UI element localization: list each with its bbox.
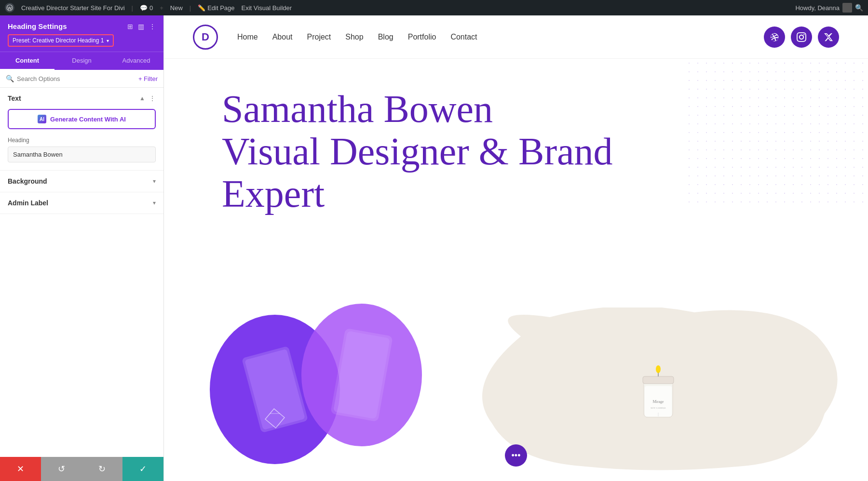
admin-label-section-header[interactable]: Admin Label ▾ (0, 192, 163, 214)
nav-about[interactable]: About (272, 33, 293, 41)
admin-search-icon[interactable]: 🔍 (855, 4, 863, 12)
svg-rect-11 (643, 376, 674, 384)
nav-shop[interactable]: Shop (345, 33, 363, 41)
heading-field-label: Heading (8, 137, 156, 144)
site-nav: D Home About Project Shop Blog Portfolio… (164, 15, 868, 59)
admin-label-title: Admin Label (8, 199, 48, 207)
text-section-menu-icon[interactable]: ⋮ (149, 94, 156, 102)
panel-icon-columns[interactable]: ▥ (138, 23, 144, 30)
candle-illustration: Mirage SOY CANDLE (629, 350, 687, 437)
redo-button[interactable]: ↻ (82, 457, 123, 481)
candle-card-container: Mirage SOY CANDLE (477, 307, 839, 481)
tab-advanced[interactable]: Advanced (109, 52, 163, 70)
search-icon: 🔍 (6, 75, 14, 82)
hero-text: Samantha Bowen Visual Designer & Brand E… (222, 88, 675, 215)
text-section: Text ▲ ⋮ AI Generate Content With AI Hea… (0, 88, 163, 171)
hero-heading: Samantha Bowen Visual Designer & Brand E… (222, 88, 675, 215)
floating-dots-button[interactable]: ••• (505, 444, 527, 467)
howdy-label: Howdy, Deanna (795, 3, 852, 13)
panel-icon-menu[interactable]: ⋮ (149, 23, 156, 30)
cancel-button[interactable]: ✕ (0, 457, 41, 481)
x-twitter-icon[interactable] (818, 27, 839, 48)
admin-bar: W Creative Director Starter Site For Div… (0, 0, 868, 15)
wp-logo-icon[interactable]: W (5, 3, 14, 13)
blob-right-shape (299, 303, 424, 447)
exit-visual-builder-link[interactable]: Exit Visual Builder (242, 4, 292, 12)
admin-label-section: Admin Label ▾ (0, 192, 163, 214)
heading-settings-panel: Heading Settings ⊞ ▥ ⋮ Preset: Creative … (0, 15, 164, 481)
svg-text:W: W (8, 6, 12, 11)
chevron-down-icon: ▾ (107, 38, 109, 43)
panel-content: Text ▲ ⋮ AI Generate Content With AI Hea… (0, 88, 163, 457)
svg-text:Mirage: Mirage (652, 400, 664, 404)
social-icons (764, 27, 839, 48)
heading-input[interactable] (8, 147, 156, 162)
panel-title: Heading Settings (8, 22, 67, 30)
main-layout: Heading Settings ⊞ ▥ ⋮ Preset: Creative … (0, 15, 868, 481)
search-input[interactable] (17, 75, 136, 82)
search-bar: 🔍 + Filter (0, 70, 163, 88)
product-card-purple (193, 307, 434, 471)
instagram-icon[interactable] (791, 27, 812, 48)
user-avatar (842, 3, 852, 13)
text-section-header[interactable]: Text ▲ ⋮ (0, 88, 163, 109)
background-section-title: Background (8, 177, 47, 185)
ai-icon: AI (38, 115, 46, 123)
panel-icon-grid[interactable]: ⊞ (127, 23, 133, 30)
edit-page-link[interactable]: ✏️ Edit Page (198, 4, 234, 12)
background-section-chevron: ▾ (153, 178, 156, 185)
text-section-content: AI Generate Content With AI Heading (0, 109, 163, 170)
nav-project[interactable]: Project (307, 33, 331, 41)
undo-button[interactable]: ↺ (41, 457, 82, 481)
background-section: Background ▾ (0, 171, 163, 192)
new-button[interactable]: New (170, 4, 183, 12)
dribbble-icon[interactable] (764, 27, 785, 48)
filter-button[interactable]: + Filter (138, 75, 158, 82)
nav-portfolio[interactable]: Portfolio (408, 33, 436, 41)
hero-area: Samantha Bowen Visual Designer & Brand E… (164, 59, 868, 481)
site-name[interactable]: Creative Director Starter Site For Divi (21, 4, 125, 12)
text-section-title: Text (8, 94, 21, 102)
svg-point-14 (656, 365, 661, 373)
preset-dropdown[interactable]: Preset: Creative Director Heading 1 ▾ (8, 34, 114, 47)
nav-links: Home About Project Shop Blog Portfolio C… (237, 33, 764, 41)
panel-header: Heading Settings ⊞ ▥ ⋮ Preset: Creative … (0, 15, 163, 52)
comments-link[interactable]: 💬 0 (140, 4, 153, 12)
panel-tabs: Content Design Advanced (0, 52, 163, 70)
admin-label-chevron: ▾ (153, 200, 156, 206)
nav-home[interactable]: Home (237, 33, 258, 41)
nav-contact[interactable]: Contact (450, 33, 477, 41)
tab-design[interactable]: Design (54, 52, 109, 70)
dot-pattern-decoration (685, 59, 868, 203)
bottom-bar: ✕ ↺ ↻ ✓ (0, 457, 163, 481)
background-section-header[interactable]: Background ▾ (0, 171, 163, 192)
ai-generate-button[interactable]: AI Generate Content With AI (8, 109, 156, 129)
nav-blog[interactable]: Blog (378, 33, 393, 41)
tab-content[interactable]: Content (0, 52, 54, 70)
site-logo[interactable]: D (193, 25, 218, 50)
save-button[interactable]: ✓ (122, 457, 163, 481)
svg-text:SOY CANDLE: SOY CANDLE (651, 407, 665, 409)
preview-area: D Home About Project Shop Blog Portfolio… (164, 15, 868, 481)
text-section-chevron-up: ▲ (139, 95, 145, 102)
